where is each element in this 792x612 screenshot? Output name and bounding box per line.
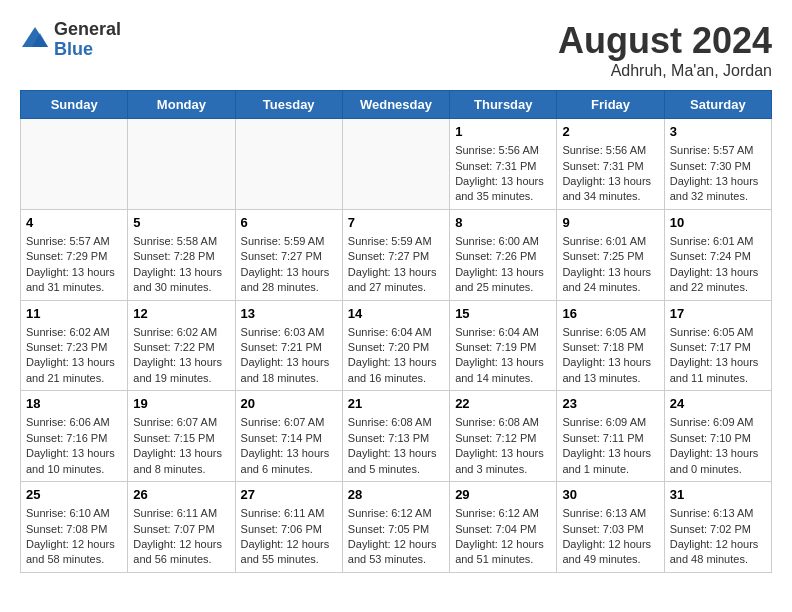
day-of-week-header: Sunday (21, 91, 128, 119)
calendar-cell: 24Sunrise: 6:09 AMSunset: 7:10 PMDayligh… (664, 391, 771, 482)
calendar-cell (128, 119, 235, 210)
logo-text: General Blue (54, 20, 121, 60)
calendar-cell: 1Sunrise: 5:56 AMSunset: 7:31 PMDaylight… (450, 119, 557, 210)
day-number: 14 (348, 305, 444, 323)
day-number: 28 (348, 486, 444, 504)
day-of-week-header: Tuesday (235, 91, 342, 119)
day-number: 21 (348, 395, 444, 413)
day-info: Sunrise: 6:08 AMSunset: 7:12 PMDaylight:… (455, 415, 551, 477)
calendar-cell: 31Sunrise: 6:13 AMSunset: 7:02 PMDayligh… (664, 482, 771, 573)
day-info: Sunrise: 6:06 AMSunset: 7:16 PMDaylight:… (26, 415, 122, 477)
calendar-cell: 19Sunrise: 6:07 AMSunset: 7:15 PMDayligh… (128, 391, 235, 482)
day-info: Sunrise: 6:05 AMSunset: 7:18 PMDaylight:… (562, 325, 658, 387)
day-info: Sunrise: 6:02 AMSunset: 7:23 PMDaylight:… (26, 325, 122, 387)
calendar-cell: 21Sunrise: 6:08 AMSunset: 7:13 PMDayligh… (342, 391, 449, 482)
day-info: Sunrise: 6:13 AMSunset: 7:02 PMDaylight:… (670, 506, 766, 568)
logo-general: General (54, 20, 121, 40)
month-title: August 2024 (558, 20, 772, 62)
calendar-cell: 30Sunrise: 6:13 AMSunset: 7:03 PMDayligh… (557, 482, 664, 573)
day-number: 29 (455, 486, 551, 504)
day-number: 27 (241, 486, 337, 504)
day-number: 20 (241, 395, 337, 413)
day-number: 5 (133, 214, 229, 232)
day-number: 31 (670, 486, 766, 504)
day-info: Sunrise: 6:12 AMSunset: 7:05 PMDaylight:… (348, 506, 444, 568)
calendar-cell: 28Sunrise: 6:12 AMSunset: 7:05 PMDayligh… (342, 482, 449, 573)
calendar-cell (21, 119, 128, 210)
day-of-week-header: Saturday (664, 91, 771, 119)
day-info: Sunrise: 5:56 AMSunset: 7:31 PMDaylight:… (562, 143, 658, 205)
day-info: Sunrise: 6:00 AMSunset: 7:26 PMDaylight:… (455, 234, 551, 296)
title-block: August 2024 Adhruh, Ma'an, Jordan (558, 20, 772, 80)
day-info: Sunrise: 6:09 AMSunset: 7:11 PMDaylight:… (562, 415, 658, 477)
calendar-week-row: 25Sunrise: 6:10 AMSunset: 7:08 PMDayligh… (21, 482, 772, 573)
day-info: Sunrise: 6:08 AMSunset: 7:13 PMDaylight:… (348, 415, 444, 477)
day-number: 13 (241, 305, 337, 323)
calendar-cell: 9Sunrise: 6:01 AMSunset: 7:25 PMDaylight… (557, 209, 664, 300)
day-info: Sunrise: 6:10 AMSunset: 7:08 PMDaylight:… (26, 506, 122, 568)
calendar-week-row: 1Sunrise: 5:56 AMSunset: 7:31 PMDaylight… (21, 119, 772, 210)
day-info: Sunrise: 5:57 AMSunset: 7:29 PMDaylight:… (26, 234, 122, 296)
logo-icon (20, 25, 50, 55)
calendar-cell: 12Sunrise: 6:02 AMSunset: 7:22 PMDayligh… (128, 300, 235, 391)
day-info: Sunrise: 6:09 AMSunset: 7:10 PMDaylight:… (670, 415, 766, 477)
calendar-cell: 4Sunrise: 5:57 AMSunset: 7:29 PMDaylight… (21, 209, 128, 300)
day-number: 17 (670, 305, 766, 323)
day-number: 7 (348, 214, 444, 232)
day-number: 10 (670, 214, 766, 232)
day-info: Sunrise: 6:04 AMSunset: 7:20 PMDaylight:… (348, 325, 444, 387)
day-info: Sunrise: 5:59 AMSunset: 7:27 PMDaylight:… (241, 234, 337, 296)
calendar-cell: 17Sunrise: 6:05 AMSunset: 7:17 PMDayligh… (664, 300, 771, 391)
calendar-cell: 5Sunrise: 5:58 AMSunset: 7:28 PMDaylight… (128, 209, 235, 300)
logo-blue: Blue (54, 40, 121, 60)
day-of-week-header: Thursday (450, 91, 557, 119)
header-row: SundayMondayTuesdayWednesdayThursdayFrid… (21, 91, 772, 119)
day-number: 23 (562, 395, 658, 413)
day-info: Sunrise: 6:01 AMSunset: 7:24 PMDaylight:… (670, 234, 766, 296)
day-number: 25 (26, 486, 122, 504)
calendar-cell: 15Sunrise: 6:04 AMSunset: 7:19 PMDayligh… (450, 300, 557, 391)
day-number: 2 (562, 123, 658, 141)
day-number: 3 (670, 123, 766, 141)
day-number: 15 (455, 305, 551, 323)
day-of-week-header: Monday (128, 91, 235, 119)
day-number: 16 (562, 305, 658, 323)
day-number: 4 (26, 214, 122, 232)
calendar-cell: 27Sunrise: 6:11 AMSunset: 7:06 PMDayligh… (235, 482, 342, 573)
day-number: 30 (562, 486, 658, 504)
calendar-cell: 2Sunrise: 5:56 AMSunset: 7:31 PMDaylight… (557, 119, 664, 210)
calendar-cell (235, 119, 342, 210)
day-info: Sunrise: 6:05 AMSunset: 7:17 PMDaylight:… (670, 325, 766, 387)
calendar-week-row: 4Sunrise: 5:57 AMSunset: 7:29 PMDaylight… (21, 209, 772, 300)
logo: General Blue (20, 20, 121, 60)
page-header: General Blue August 2024 Adhruh, Ma'an, … (20, 20, 772, 80)
day-number: 9 (562, 214, 658, 232)
calendar-cell: 11Sunrise: 6:02 AMSunset: 7:23 PMDayligh… (21, 300, 128, 391)
day-number: 22 (455, 395, 551, 413)
calendar-header: SundayMondayTuesdayWednesdayThursdayFrid… (21, 91, 772, 119)
day-number: 1 (455, 123, 551, 141)
calendar-cell: 14Sunrise: 6:04 AMSunset: 7:20 PMDayligh… (342, 300, 449, 391)
calendar-cell: 3Sunrise: 5:57 AMSunset: 7:30 PMDaylight… (664, 119, 771, 210)
day-of-week-header: Wednesday (342, 91, 449, 119)
day-info: Sunrise: 6:07 AMSunset: 7:15 PMDaylight:… (133, 415, 229, 477)
day-number: 19 (133, 395, 229, 413)
calendar-table: SundayMondayTuesdayWednesdayThursdayFrid… (20, 90, 772, 573)
calendar-cell: 22Sunrise: 6:08 AMSunset: 7:12 PMDayligh… (450, 391, 557, 482)
calendar-cell: 20Sunrise: 6:07 AMSunset: 7:14 PMDayligh… (235, 391, 342, 482)
day-info: Sunrise: 6:01 AMSunset: 7:25 PMDaylight:… (562, 234, 658, 296)
day-number: 18 (26, 395, 122, 413)
day-info: Sunrise: 6:04 AMSunset: 7:19 PMDaylight:… (455, 325, 551, 387)
day-info: Sunrise: 5:57 AMSunset: 7:30 PMDaylight:… (670, 143, 766, 205)
calendar-body: 1Sunrise: 5:56 AMSunset: 7:31 PMDaylight… (21, 119, 772, 573)
day-number: 12 (133, 305, 229, 323)
calendar-cell: 25Sunrise: 6:10 AMSunset: 7:08 PMDayligh… (21, 482, 128, 573)
calendar-cell: 29Sunrise: 6:12 AMSunset: 7:04 PMDayligh… (450, 482, 557, 573)
calendar-cell (342, 119, 449, 210)
day-number: 6 (241, 214, 337, 232)
calendar-cell: 7Sunrise: 5:59 AMSunset: 7:27 PMDaylight… (342, 209, 449, 300)
calendar-cell: 10Sunrise: 6:01 AMSunset: 7:24 PMDayligh… (664, 209, 771, 300)
day-number: 26 (133, 486, 229, 504)
day-info: Sunrise: 5:58 AMSunset: 7:28 PMDaylight:… (133, 234, 229, 296)
calendar-cell: 23Sunrise: 6:09 AMSunset: 7:11 PMDayligh… (557, 391, 664, 482)
